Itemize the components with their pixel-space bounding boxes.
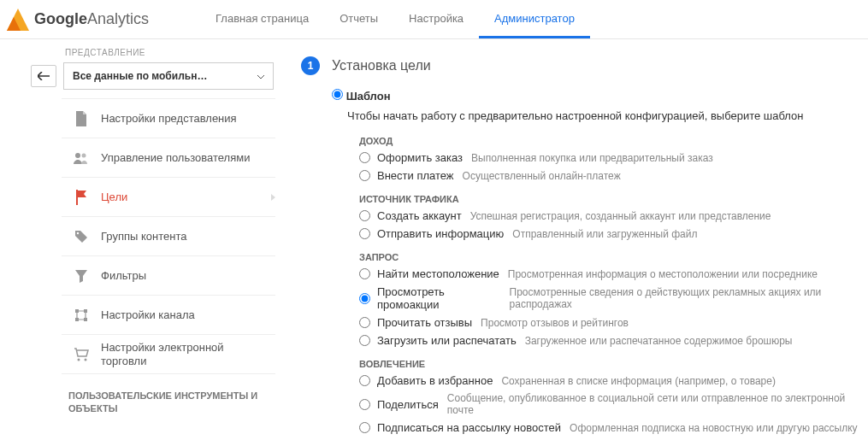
template-option-name: Загрузить или распечатать xyxy=(377,334,517,347)
step-title: Установка цели xyxy=(332,58,431,73)
sidebar: ПРЕДСТАВЛЕНИЕ Все данные по мобильн… Нас… xyxy=(62,39,275,440)
template-radio[interactable] xyxy=(359,210,370,221)
template-option: ПоделитьсяСообщение, опубликованное в со… xyxy=(359,392,861,416)
arrow-left-icon xyxy=(38,72,50,80)
template-option: Просмотреть промоакцииПросмотренные свед… xyxy=(359,285,861,311)
template-option: Отправить информациюОтправленный или заг… xyxy=(359,227,861,240)
sidebar-item-label: Фильтры xyxy=(101,269,146,282)
sidebar-item[interactable]: Настройки канала xyxy=(62,296,275,335)
template-radio[interactable] xyxy=(359,170,370,181)
sidebar-item[interactable]: Цели xyxy=(62,178,275,217)
template-option-name: Найти местоположение xyxy=(377,267,499,280)
template-radio[interactable] xyxy=(359,228,370,239)
sidebar-item[interactable]: Управление пользователями xyxy=(62,138,275,178)
template-option: Создать аккаунтУспешная регистрация, соз… xyxy=(359,209,861,222)
template-category: ВОВЛЕЧЕНИЕДобавить в избранноеСохраненна… xyxy=(359,359,861,434)
template-option: Подписаться на рассылку новостейОформлен… xyxy=(359,421,861,434)
category-title: ВОВЛЕЧЕНИЕ xyxy=(359,359,861,369)
svg-point-11 xyxy=(85,358,87,361)
view-selector-label: Все данные по мобильн… xyxy=(73,70,207,82)
nav-item[interactable]: Администратор xyxy=(479,0,590,38)
goal-type-help: Чтобы начать работу с предварительно нас… xyxy=(347,109,861,122)
template-option-desc: Загруженное или распечатанное содержимое… xyxy=(525,335,793,347)
template-option-name: Поделиться xyxy=(377,398,439,411)
template-option: Загрузить или распечататьЗагруженное или… xyxy=(359,334,861,347)
svg-rect-6 xyxy=(75,309,79,313)
sidebar-item[interactable]: Настройки электронной торговли xyxy=(62,335,275,374)
template-radio[interactable] xyxy=(359,293,370,304)
nav-item[interactable]: Главная страница xyxy=(200,0,324,38)
funnel-icon xyxy=(74,268,89,284)
logo-text-1: Google xyxy=(34,10,87,28)
back-column xyxy=(0,39,62,440)
template-option-name: Внести платеж xyxy=(377,169,454,182)
template-radio[interactable] xyxy=(359,152,370,163)
logo-icon xyxy=(7,9,29,31)
nav-item[interactable]: Настройка xyxy=(393,0,479,38)
sidebar-item-label: Цели xyxy=(101,191,127,203)
template-category: ЗАПРОСНайти местоположениеПросмотренная … xyxy=(359,252,861,347)
category-title: ЗАПРОС xyxy=(359,252,861,262)
sidebar-item-label: Настройки канала xyxy=(101,308,195,321)
template-option-desc: Просмотренная информация о местоположени… xyxy=(508,268,818,280)
template-option-name: Подписаться на рассылку новостей xyxy=(377,421,561,434)
sidebar-list: Настройки представленияУправление пользо… xyxy=(62,98,275,374)
template-option-name: Оформить заказ xyxy=(377,151,463,164)
template-option-desc: Сообщение, опубликованное в социальной с… xyxy=(447,392,861,416)
sidebar-item-label: Настройки электронной торговли xyxy=(101,341,263,367)
template-option: Найти местоположениеПросмотренная информ… xyxy=(359,267,861,280)
sidebar-item[interactable]: Группы контента xyxy=(62,217,275,256)
category-title: ДОХОД xyxy=(359,136,861,146)
template-radio[interactable] xyxy=(359,399,370,410)
template-option-desc: Выполненная покупка или предварительный … xyxy=(471,152,713,164)
sidebar-bottom-section: ПОЛЬЗОВАТЕЛЬСКИЕ ИНСТРУМЕНТЫ И ОБЪЕКТЫ xyxy=(62,374,275,419)
sidebar-item[interactable]: Фильтры xyxy=(62,256,275,296)
goal-type-template-radio[interactable] xyxy=(332,89,343,100)
sidebar-section-label: ПРЕДСТАВЛЕНИЕ xyxy=(62,48,275,62)
category-title: ИСТОЧНИК ТРАФИКА xyxy=(359,194,861,204)
svg-point-3 xyxy=(82,153,86,157)
template-radio[interactable] xyxy=(359,422,370,433)
step-header: 1 Установка цели xyxy=(301,56,861,75)
step-number-badge: 1 xyxy=(301,56,320,75)
tag-icon xyxy=(74,229,89,244)
svg-point-5 xyxy=(77,232,79,233)
back-button[interactable] xyxy=(31,65,56,87)
template-option: Прочитать отзывыПросмотр отзывов и рейти… xyxy=(359,316,861,329)
flag-icon xyxy=(74,190,89,205)
svg-rect-4 xyxy=(76,190,78,205)
template-radio[interactable] xyxy=(359,335,370,346)
template-radio[interactable] xyxy=(359,317,370,328)
template-radio[interactable] xyxy=(359,268,370,279)
template-option-desc: Успешная регистрация, созданный аккаунт … xyxy=(470,210,771,222)
template-option-desc: Просмотр отзывов и рейтингов xyxy=(481,317,629,329)
template-option-desc: Отправленный или загруженный файл xyxy=(512,228,697,240)
template-category: ДОХОДОформить заказВыполненная покупка и… xyxy=(359,136,861,182)
template-option: Оформить заказВыполненная покупка или пр… xyxy=(359,151,861,164)
sidebar-item[interactable]: Настройки представления xyxy=(62,99,275,138)
template-option-name: Прочитать отзывы xyxy=(377,316,472,329)
view-selector[interactable]: Все данные по мобильн… xyxy=(63,62,274,90)
goal-type-row: Шаблон xyxy=(332,89,861,103)
logo-text-2: Analytics xyxy=(87,10,149,28)
app-header: Google Analytics Главная страницаОтчетыН… xyxy=(0,0,868,39)
template-option-desc: Оформленная подписка на новостную или др… xyxy=(570,422,858,434)
logo-text: Google Analytics xyxy=(34,10,149,28)
template-category: ИСТОЧНИК ТРАФИКАСоздать аккаунтУспешная … xyxy=(359,194,861,240)
cart-icon xyxy=(74,347,89,362)
svg-point-10 xyxy=(78,358,80,361)
svg-rect-9 xyxy=(84,318,87,321)
template-radio[interactable] xyxy=(359,375,370,386)
sidebar-item-label: Управление пользователями xyxy=(101,151,250,165)
template-option-desc: Сохраненная в списке информация (наприме… xyxy=(501,375,776,387)
template-option-name: Добавить в избранное xyxy=(377,374,493,387)
template-option-name: Просмотреть промоакции xyxy=(377,285,501,311)
goal-type-template-label: Шаблон xyxy=(346,90,391,103)
svg-rect-8 xyxy=(75,318,79,321)
template-option: Добавить в избранноеСохраненная в списке… xyxy=(359,374,861,387)
nav-item[interactable]: Отчеты xyxy=(324,0,393,38)
doc-icon xyxy=(74,111,89,126)
template-option-name: Создать аккаунт xyxy=(377,209,462,222)
main-nav: Главная страницаОтчетыНастройкаАдминистр… xyxy=(200,0,590,38)
sidebar-item-label: Настройки представления xyxy=(101,112,237,125)
